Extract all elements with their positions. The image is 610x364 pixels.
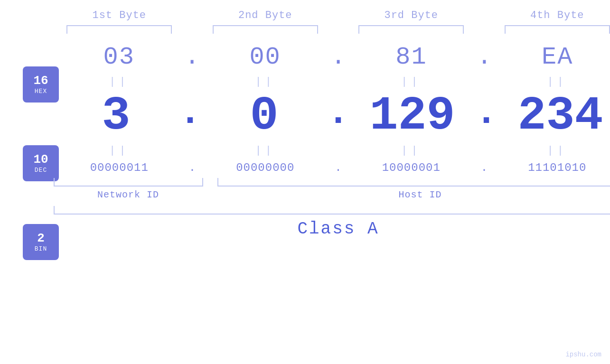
bracket-bottom-host xyxy=(217,178,610,187)
bracket-bottom-net xyxy=(54,178,203,187)
dec-value-3: 129 xyxy=(350,93,475,140)
byte-col-1-header: 1st Byte xyxy=(54,9,186,34)
byte-col-4-header: 4th Byte xyxy=(491,9,610,34)
equals-row-1: || || || || xyxy=(54,76,610,88)
bin-badge-number: 2 xyxy=(37,232,45,245)
bin-row: 00000011 . 00000000 . 10000001 . 1110101… xyxy=(54,161,610,174)
dec-badge-label: DEC xyxy=(35,167,47,174)
dot-sep-dec-3: . xyxy=(475,94,497,139)
byte-4-header-label: 4th Byte xyxy=(530,9,584,21)
main-container: 16 HEX 10 DEC 2 BIN 1st Byte 2nd Byte xyxy=(0,0,610,364)
content-area: 1st Byte 2nd Byte 3rd Byte 4th Byte 03 . xyxy=(54,9,610,239)
equals-b-1: || xyxy=(54,145,186,157)
bin-badge-label: BIN xyxy=(35,245,47,252)
hex-value-1: 03 xyxy=(54,43,185,71)
dot-sep-bin-3: . xyxy=(477,161,491,174)
bin-value-2: 00000000 xyxy=(199,161,331,174)
equals-b-3: || xyxy=(346,145,478,157)
byte-2-header-label: 2nd Byte xyxy=(238,9,292,21)
bracket-top-3 xyxy=(358,25,464,34)
dot-sep-bin-2: . xyxy=(331,161,346,174)
bracket-top-1 xyxy=(66,25,172,34)
dot-sep-dec-1: . xyxy=(178,94,201,139)
equals-b-4: || xyxy=(491,145,610,157)
bracket-top-4 xyxy=(505,25,610,34)
class-bracket-line xyxy=(54,206,610,215)
bin-value-4: 11101010 xyxy=(491,161,610,174)
host-id-label: Host ID xyxy=(217,189,610,200)
dec-row: 3 . 0 . 129 . 234 xyxy=(54,93,610,140)
id-labels-row: Network ID Host ID xyxy=(54,189,610,200)
dec-value-4: 234 xyxy=(498,93,610,140)
equals-b-2: || xyxy=(199,145,331,157)
byte-col-2-header: 2nd Byte xyxy=(199,9,331,34)
dot-sep-hex-3: . xyxy=(477,43,492,71)
dot-sep-hex-2: . xyxy=(331,43,346,71)
hex-value-4: EA xyxy=(492,43,610,71)
bracket-top-2 xyxy=(213,25,318,34)
dec-badge-number: 10 xyxy=(33,153,48,167)
byte-1-header-label: 1st Byte xyxy=(92,9,146,21)
equals-4: || xyxy=(491,76,610,88)
dot-sep-bin-1: . xyxy=(185,161,199,174)
bracket-bottom-row xyxy=(54,178,610,187)
hex-badge-number: 16 xyxy=(33,74,48,88)
bin-value-1: 00000011 xyxy=(54,161,186,174)
byte-3-header-label: 3rd Byte xyxy=(384,9,438,21)
equals-row-2: || || || || xyxy=(54,145,610,157)
equals-3: || xyxy=(346,76,478,88)
class-bracket-row: Class A xyxy=(54,206,610,239)
dot-sep-hex-1: . xyxy=(185,43,199,71)
equals-2: || xyxy=(199,76,331,88)
dot-sep-dec-2: . xyxy=(327,94,349,139)
hex-row: 03 . 00 . 81 . EA xyxy=(54,43,610,71)
hex-value-2: 00 xyxy=(199,43,331,71)
hex-value-3: 81 xyxy=(346,43,477,71)
hex-badge-label: HEX xyxy=(35,88,47,95)
network-id-label: Network ID xyxy=(54,189,203,200)
byte-col-3-header: 3rd Byte xyxy=(346,9,478,34)
dec-value-2: 0 xyxy=(202,93,327,140)
equals-1: || xyxy=(54,76,186,88)
watermark: ipshu.com xyxy=(565,351,601,358)
header-row: 1st Byte 2nd Byte 3rd Byte 4th Byte xyxy=(54,9,610,34)
bin-value-3: 10000001 xyxy=(346,161,478,174)
class-label: Class A xyxy=(54,219,610,239)
dec-value-1: 3 xyxy=(54,93,179,140)
